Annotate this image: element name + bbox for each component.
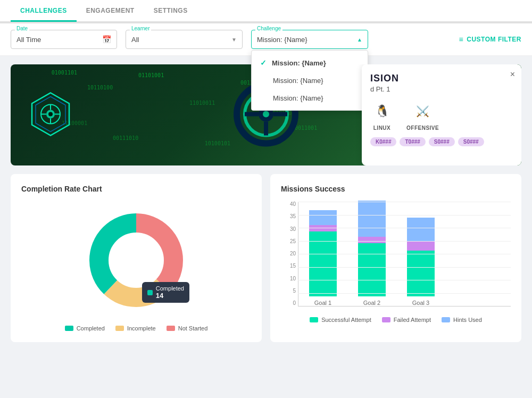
tag-4: S0### xyxy=(458,137,484,146)
donut-container: Completed 14 Completed Incomplete xyxy=(21,202,251,331)
check-icon: ✓ xyxy=(260,59,267,67)
legend-successful: Successful Attempt xyxy=(310,317,371,323)
y-label-5: 5 xyxy=(281,288,296,294)
grid-25 xyxy=(298,241,511,242)
charts-row: Completion Rate Chart xyxy=(11,174,521,342)
grid-10 xyxy=(298,280,511,280)
grid-5 xyxy=(298,293,511,294)
y-label-25: 25 xyxy=(281,239,296,244)
y-label-20: 20 xyxy=(281,251,296,256)
y-label-30: 30 xyxy=(281,227,296,232)
grid-lines xyxy=(298,202,511,306)
learner-filter-group: Learner All ▼ xyxy=(126,30,243,49)
y-axis: 40 35 30 25 20 15 10 5 0 xyxy=(281,202,296,306)
date-filter[interactable]: All Time 📅 xyxy=(11,30,117,49)
tooltip-dot xyxy=(147,290,153,295)
svg-point-20 xyxy=(110,234,163,287)
svg-point-4 xyxy=(48,112,53,117)
legend-incomplete: Incomplete xyxy=(115,325,156,331)
grid-35 xyxy=(298,215,511,215)
tag-2: T0### xyxy=(400,137,425,146)
filter-icon: ≡ xyxy=(459,35,464,44)
learner-filter[interactable]: All ▼ xyxy=(126,30,243,49)
tab-settings[interactable]: SETTINGS xyxy=(144,1,197,22)
chevron-up-icon: ▲ xyxy=(357,37,362,43)
tab-challenges[interactable]: CHALLENGES xyxy=(11,1,77,22)
grid-30 xyxy=(298,228,511,228)
challenge-info-card: × ISION d Pt. 1 🐧 LINUX ⚔️ OFFENSIVE K0#… xyxy=(362,64,521,165)
chevron-down-icon: ▼ xyxy=(231,37,237,43)
dropdown-item-1[interactable]: ✓ Mission: {Name} xyxy=(252,54,368,72)
svg-point-12 xyxy=(263,111,269,118)
close-button[interactable]: × xyxy=(510,70,515,79)
custom-filter-button[interactable]: ≡ CusToM FilteR xyxy=(459,35,521,44)
legend-not-started-dot xyxy=(167,326,175,331)
card-tags: K0### T0### S0### S0### xyxy=(370,137,513,146)
y-label-0: 0 xyxy=(281,301,296,306)
bar-legend: Successful Attempt Failed Attempt Hints … xyxy=(281,317,511,323)
tag-3: S0### xyxy=(429,137,455,146)
legend-hints-dot xyxy=(442,317,450,322)
grid-0 xyxy=(298,306,511,306)
legend-completed-dot xyxy=(65,326,73,331)
legend-failed: Failed Attempt xyxy=(382,317,431,323)
completion-chart-card: Completion Rate Chart xyxy=(11,174,262,342)
grid-15 xyxy=(298,267,511,268)
challenge-filter-group: Challenge Mission: {Name} ▲ ✓ Mission: {… xyxy=(251,30,368,49)
completion-chart-title: Completion Rate Chart xyxy=(21,185,251,193)
grid-40 xyxy=(298,202,511,202)
legend-success-dot xyxy=(310,317,318,322)
card-title: ISION xyxy=(370,73,513,84)
card-subtitle: d Pt. 1 xyxy=(370,85,513,93)
learner-filter-label: Learner xyxy=(130,26,151,31)
calendar-icon: 📅 xyxy=(102,35,111,44)
donut-wrapper: Completed 14 xyxy=(78,202,195,319)
hex-logo-svg xyxy=(27,90,74,138)
legend-hints: Hints Used xyxy=(442,317,482,323)
y-label-10: 10 xyxy=(281,276,296,281)
offensive-icon-item: ⚔️ OFFENSIVE xyxy=(406,100,439,131)
missions-chart-title: Missions Success xyxy=(281,185,511,193)
donut-legend: Completed Incomplete Not Started xyxy=(65,325,208,331)
bar-chart-wrapper: 40 35 30 25 20 15 10 5 0 xyxy=(281,202,511,306)
y-label-40: 40 xyxy=(281,202,296,207)
tab-engagement[interactable]: ENGAGEMENT xyxy=(77,1,144,22)
challenge-filter-label: Challenge xyxy=(255,26,282,31)
hex-logo xyxy=(27,90,74,140)
linux-icon-item: 🐧 LINUX xyxy=(370,100,394,131)
card-icons: 🐧 LINUX ⚔️ OFFENSIVE xyxy=(370,100,513,131)
date-filter-label: Date xyxy=(15,26,29,31)
grid-20 xyxy=(298,254,511,254)
donut-tooltip: Completed 14 xyxy=(142,282,189,303)
y-label-15: 15 xyxy=(281,263,296,269)
challenge-filter[interactable]: Mission: {Name} ▲ xyxy=(251,30,368,49)
legend-failed-dot xyxy=(382,317,390,322)
date-filter-group: Date All Time 📅 xyxy=(11,30,117,49)
legend-incomplete-dot xyxy=(115,326,124,331)
tag-1: K0### xyxy=(370,137,396,146)
legend-not-started: Not Started xyxy=(167,325,208,331)
challenge-dropdown: ✓ Mission: {Name} Mission: {Name} Missio… xyxy=(251,50,368,111)
y-label-35: 35 xyxy=(281,214,296,219)
offensive-icon: ⚔️ xyxy=(411,100,435,123)
linux-icon: 🐧 xyxy=(370,100,394,123)
dropdown-item-3[interactable]: Mission: {Name} xyxy=(252,89,368,107)
dropdown-item-2[interactable]: Mission: {Name} xyxy=(252,72,368,89)
legend-completed: Completed xyxy=(65,325,105,331)
bar-chart-area-wrapper: Goal 1 Goal 2 xyxy=(298,202,511,306)
missions-chart-card: Missions Success 40 35 30 25 20 15 10 5 … xyxy=(270,174,521,342)
